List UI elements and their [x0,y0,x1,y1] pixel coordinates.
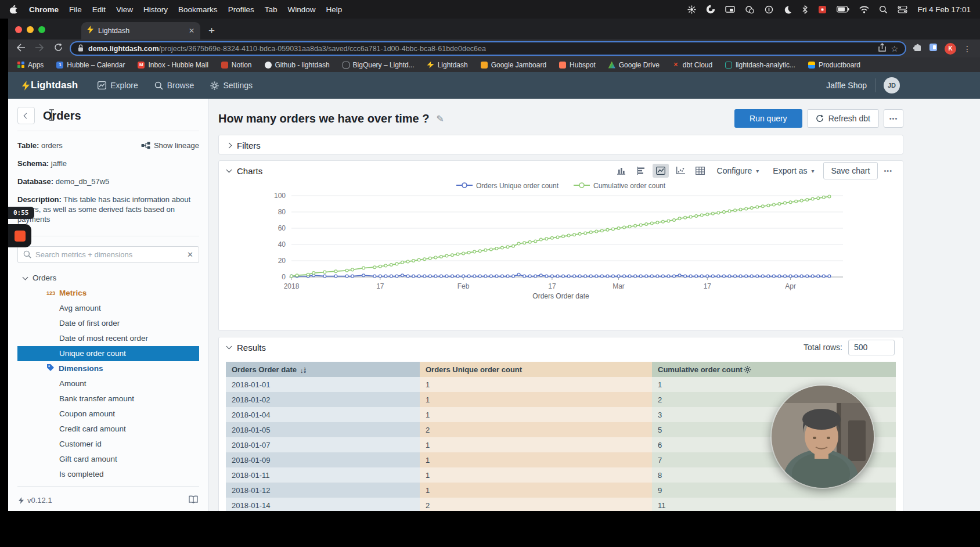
show-lineage-button[interactable]: Show lineage [141,141,199,150]
spotlight-search-icon[interactable] [879,5,888,14]
chart-more-button[interactable]: ••• [881,167,895,174]
tree-item-amount[interactable]: Amount [17,376,199,391]
menubar-clock[interactable]: Fri 4 Feb 17:01 [917,5,971,14]
zoom-window-button[interactable] [38,26,45,33]
menubar-item-window[interactable]: Window [282,5,320,14]
recording-flag-icon[interactable] [818,5,827,14]
tree-group-dimensions[interactable]: Dimensions [17,361,199,376]
apple-menu-icon[interactable] [9,5,18,15]
total-rows-input[interactable] [848,340,895,355]
legend-item-orders-unique-order-count[interactable]: Orders Unique order count [456,182,559,190]
chrome-menu-icon[interactable]: ⋮ [963,44,972,53]
tree-item-customer-id[interactable]: Customer id [17,437,199,452]
menubar-item-help[interactable]: Help [320,5,347,14]
bookmark-dbt-cloud[interactable]: ✕dbt Cloud [672,61,712,69]
run-query-button[interactable]: Run query [734,109,802,128]
loom-icon[interactable] [706,5,715,14]
new-tab-button[interactable]: + [208,24,215,37]
bar-chart-type-button[interactable] [613,164,629,178]
results-header[interactable]: Results [227,343,266,352]
bookmark-google-drive[interactable]: Google Drive [608,61,660,69]
lightdash-logo[interactable]: Lightdash [22,80,78,91]
chrome-profile-avatar[interactable]: K [945,43,956,55]
charts-header[interactable]: Charts [227,166,262,176]
tree-item-avg-amount[interactable]: Avg amount [17,301,199,316]
bookmark-google-jamboard[interactable]: Google Jamboard [481,61,546,69]
moon-dnd-icon[interactable] [783,5,792,14]
back-icon[interactable] [14,44,28,54]
refresh-dbt-button[interactable]: Refresh dbt [807,109,879,128]
control-center-icon[interactable] [898,5,907,13]
lock-icon[interactable] [78,44,84,54]
menubar-item-tab[interactable]: Tab [260,5,283,14]
tree-item-date-of-most-recent-order[interactable]: Date of most recent order [17,331,199,346]
stop-recording-button[interactable] [8,224,31,247]
column-gear-icon[interactable] [744,366,751,373]
legend-item-cumulative-order-count[interactable]: Cumulative order count [574,182,665,190]
save-chart-button[interactable]: Save chart [823,162,878,179]
tree-group-metrics[interactable]: 123Metrics [17,286,199,301]
bookmark-lightdash[interactable]: Lightdash [427,61,468,69]
search-input[interactable] [35,250,183,259]
bookmark-notion[interactable]: Notion [221,61,252,69]
tree-item-coupon-amount[interactable]: Coupon amount [17,406,199,422]
close-window-button[interactable] [15,26,22,33]
nav-browse[interactable]: Browse [154,81,194,90]
filters-header[interactable]: Filters [219,135,903,155]
bookmark-apps[interactable]: Apps [17,61,44,69]
user-avatar[interactable]: JD [884,77,900,93]
share-icon[interactable] [878,43,886,54]
back-button[interactable] [17,107,35,124]
url-bar[interactable]: demo.lightdash.com/projects/3675b69e-832… [70,41,906,56]
bookmark-bigquery-lightd[interactable]: BigQuery – Lightd... [343,61,415,69]
tree-item-credit-card-amount[interactable]: Credit card amount [17,422,199,437]
line-chart-type-button[interactable] [653,164,669,178]
edit-title-icon[interactable]: ✎ [436,113,444,124]
tree-item-bank-transfer-amount[interactable]: Bank transfer amount [17,391,199,406]
bluetooth-icon[interactable] [802,5,808,14]
title-more-button[interactable]: ••• [884,109,903,128]
tab-close-icon[interactable]: ✕ [189,27,194,35]
org-name[interactable]: Jaffle Shop [826,81,867,90]
table-chart-type-button[interactable] [692,164,708,178]
wifi-icon[interactable] [859,6,869,13]
coins-icon[interactable] [745,5,755,14]
menubar-item-history[interactable]: History [138,5,173,14]
nav-explore[interactable]: Explore [98,81,138,90]
reload-icon[interactable] [51,43,65,54]
minimize-window-button[interactable] [27,26,34,33]
column-header-orders-order-date[interactable]: Orders Order date↓19 [226,362,420,377]
tree-item-date-of-first-order[interactable]: Date of first order [17,316,199,331]
nav-settings[interactable]: Settings [210,81,253,90]
menubar-item-view[interactable]: View [111,5,138,14]
export-as-dropdown[interactable]: Export as▾ [768,166,819,175]
bookmark-lightdash-analytic[interactable]: lightdash-analytic... [725,61,795,69]
tree-item-unique-order-count[interactable]: Unique order count [17,346,199,361]
sidecar-display-icon[interactable] [725,5,735,13]
menubar-item-edit[interactable]: Edit [87,5,111,14]
record-pause-icon[interactable] [765,5,773,14]
tree-root-orders[interactable]: Orders [17,271,199,286]
column-header-orders-unique-order-count[interactable]: Orders Unique order count [420,362,652,377]
forward-icon[interactable] [33,44,46,54]
menubar-item-chrome[interactable]: Chrome [24,5,64,14]
tree-item-is-completed[interactable]: Is completed [17,467,199,480]
extension-blue-icon[interactable] [929,43,938,54]
browser-tab-lightdash[interactable]: Lightdash ✕ [81,22,200,39]
scatter-chart-type-button[interactable] [672,164,689,178]
bookmark-hubble-calendar[interactable]: 1Hubble – Calendar [56,61,125,69]
configure-dropdown[interactable]: Configure▾ [712,166,765,175]
url-text[interactable]: demo.lightdash.com/projects/3675b69e-832… [88,45,874,53]
bookmark-inbox-hubble-mail[interactable]: MInbox - Hubble Mail [138,61,208,69]
bookmark-star-icon[interactable]: ☆ [891,45,898,53]
menubar-item-profiles[interactable]: Profiles [223,5,260,14]
bookmark-github-lightdash[interactable]: Github - lightdash [265,61,330,69]
menubar-item-file[interactable]: File [64,5,87,14]
docs-book-icon[interactable] [189,495,198,505]
menubar-item-bookmarks[interactable]: Bookmarks [173,5,223,14]
clear-search-icon[interactable]: ✕ [187,250,193,259]
extensions-puzzle-icon[interactable] [913,43,922,54]
bookmark-hubspot[interactable]: Hubspot [559,61,596,69]
column-header-cumulative-order-count[interactable]: Cumulative order count [652,362,896,377]
display-settings-icon[interactable] [687,5,696,14]
